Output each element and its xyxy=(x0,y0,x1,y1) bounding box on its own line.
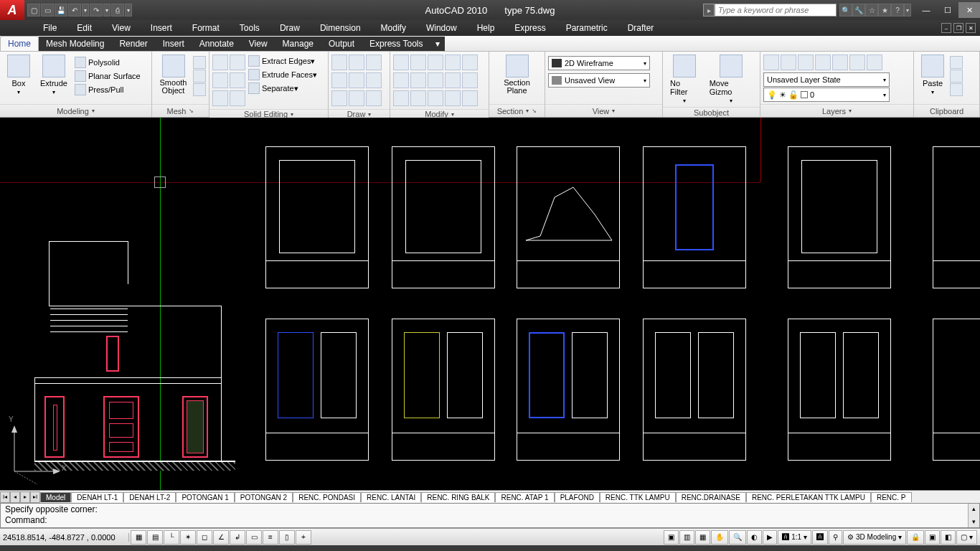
dyn-toggle[interactable]: ▭ xyxy=(246,530,262,545)
minimize-button[interactable]: — xyxy=(915,2,937,18)
quick-view-layouts[interactable]: ▥ xyxy=(679,530,694,545)
doc-minimize-button[interactable]: – xyxy=(941,23,951,33)
layer-tool-icon[interactable] xyxy=(763,55,779,70)
menu-express[interactable]: Express xyxy=(504,23,555,33)
polysolid-button[interactable]: Polysolid xyxy=(73,56,142,69)
match-prop-icon[interactable] xyxy=(950,83,963,96)
menu-dimension[interactable]: Dimension xyxy=(310,23,371,33)
draw-icon[interactable] xyxy=(366,90,382,106)
modify-icon[interactable] xyxy=(428,55,443,70)
osnap-toggle[interactable]: ◻ xyxy=(197,530,212,545)
layout-tab-model[interactable]: Model xyxy=(40,492,71,502)
qp-toggle[interactable]: ▯ xyxy=(279,530,295,545)
layout-first-icon[interactable]: I◂ xyxy=(0,491,10,503)
drawing-area[interactable]: Y X xyxy=(0,118,980,490)
layout-tab[interactable]: RENC. RING BALK xyxy=(421,492,495,502)
menu-view[interactable]: View xyxy=(102,23,141,33)
tab-home[interactable]: Home xyxy=(0,36,39,51)
menu-insert[interactable]: Insert xyxy=(141,23,182,33)
favorites2-icon[interactable]: ★ xyxy=(878,4,891,17)
menu-tools[interactable]: Tools xyxy=(230,23,270,33)
layout-tab[interactable]: DENAH LT-1 xyxy=(71,492,123,502)
section-plane-button[interactable]: Section Plane xyxy=(492,53,542,96)
layout-prev-icon[interactable]: ◂ xyxy=(10,491,20,503)
se-icon[interactable] xyxy=(212,72,228,88)
command-window[interactable]: Specify opposite corner: Command: ▴▾ xyxy=(0,503,980,528)
doc-close-button[interactable]: ✕ xyxy=(966,23,976,33)
clean-screen[interactable]: ▢ ▾ xyxy=(956,530,977,545)
qat-redo-dropdown[interactable]: ▾ xyxy=(103,4,110,17)
layer-tool-icon[interactable] xyxy=(849,55,865,70)
nav-showmotion[interactable]: ▶ xyxy=(763,530,777,545)
layout-tab[interactable]: RENC. LANTAI xyxy=(361,492,421,502)
layer-tool-icon[interactable] xyxy=(798,55,814,70)
layer-tool-icon[interactable] xyxy=(781,55,796,70)
layout-tab[interactable]: PLAFOND xyxy=(555,492,600,502)
menu-parametric[interactable]: Parametric xyxy=(556,23,618,33)
menu-format[interactable]: Format xyxy=(182,23,230,33)
qat-new-icon[interactable]: ▢ xyxy=(27,4,40,17)
layout-tab[interactable]: RENC.DRAINASE xyxy=(676,492,746,502)
modify-icon[interactable] xyxy=(393,55,409,70)
lwt-toggle[interactable]: ≡ xyxy=(263,530,278,545)
se-icon[interactable] xyxy=(230,55,245,70)
plus-toggle[interactable]: + xyxy=(296,530,311,545)
modify-icon[interactable] xyxy=(393,72,409,88)
copy-icon[interactable] xyxy=(950,70,963,83)
qat-undo-dropdown[interactable]: ▾ xyxy=(82,4,89,17)
annotation-visibility[interactable]: 🅰 xyxy=(812,530,828,545)
current-layer-dropdown[interactable]: 💡☀🔓0▾ xyxy=(763,88,890,102)
layout-last-icon[interactable]: ▸I xyxy=(30,491,40,503)
box-button[interactable]: Box▾ xyxy=(3,53,34,97)
modify-icon[interactable] xyxy=(462,55,478,70)
draw-icon[interactable] xyxy=(331,55,347,70)
saved-view-dropdown[interactable]: Unsaved View▾ xyxy=(548,73,650,88)
modify-icon[interactable] xyxy=(462,90,478,106)
nav-wheel[interactable]: ◐ xyxy=(747,530,762,545)
favorites-icon[interactable]: ☆ xyxy=(865,4,878,17)
isolate-objects[interactable]: ◧ xyxy=(941,530,956,545)
planar-surface-button[interactable]: Planar Surface xyxy=(73,70,142,83)
polar-toggle[interactable]: ✶ xyxy=(180,530,196,545)
modify-icon[interactable] xyxy=(428,72,443,88)
layer-state-dropdown[interactable]: Unsaved Layer State▾ xyxy=(763,72,890,87)
modify-icon[interactable] xyxy=(445,90,461,106)
move-gizmo-button[interactable]: Move Gizmo▾ xyxy=(705,53,757,105)
extract-edges-button[interactable]: Extract Edges ▾ xyxy=(247,55,319,67)
mesh-tool2-icon[interactable] xyxy=(193,70,206,83)
help-dropdown[interactable]: ▾ xyxy=(904,4,911,17)
search-dropdown[interactable]: ▸ xyxy=(703,4,715,17)
modify-icon[interactable] xyxy=(410,90,426,106)
menu-drafter[interactable]: Drafter xyxy=(618,23,664,33)
nav-pan[interactable]: ✋ xyxy=(711,530,728,545)
menu-modify[interactable]: Modify xyxy=(371,23,416,33)
comm-center-icon[interactable]: 🔧 xyxy=(852,4,865,17)
qat-redo-icon[interactable]: ↷ xyxy=(90,4,103,17)
se-icon[interactable] xyxy=(212,55,228,70)
press-pull-button[interactable]: Press/Pull xyxy=(73,83,142,96)
toolbar-lock[interactable]: 🔒 xyxy=(907,530,924,545)
ortho-toggle[interactable]: └ xyxy=(164,530,179,545)
tab-annotate[interactable]: Annotate xyxy=(192,37,242,51)
command-prompt[interactable]: Command: xyxy=(5,515,975,526)
modify-icon[interactable] xyxy=(393,90,409,106)
layout-tab[interactable]: RENC. ATAP 1 xyxy=(495,492,554,502)
modify-icon[interactable] xyxy=(445,55,461,70)
doc-restore-button[interactable]: ❐ xyxy=(953,23,963,33)
mesh-tool1-icon[interactable] xyxy=(193,56,206,69)
nav-zoom[interactable]: 🔍 xyxy=(729,530,746,545)
layer-tool-icon[interactable] xyxy=(867,55,882,70)
draw-icon[interactable] xyxy=(366,72,382,88)
layout-tab[interactable]: POTONGAN 2 xyxy=(235,492,293,502)
extrude-button[interactable]: Extrude▾ xyxy=(36,53,72,97)
modify-icon[interactable] xyxy=(410,55,426,70)
menu-help[interactable]: Help xyxy=(467,23,505,33)
layout-tab[interactable]: RENC. P xyxy=(871,492,912,502)
layout-tab[interactable]: RENC. PERLETAKAN TTK LAMPU xyxy=(746,492,871,502)
se-icon[interactable] xyxy=(230,90,245,106)
tab-view[interactable]: View xyxy=(242,37,275,51)
workspace-switching[interactable]: ⚙ 3D Modeling ▾ xyxy=(843,530,906,545)
search-input[interactable] xyxy=(715,4,837,17)
no-filter-button[interactable]: No Filter▾ xyxy=(666,53,704,105)
menu-draw[interactable]: Draw xyxy=(270,23,310,33)
